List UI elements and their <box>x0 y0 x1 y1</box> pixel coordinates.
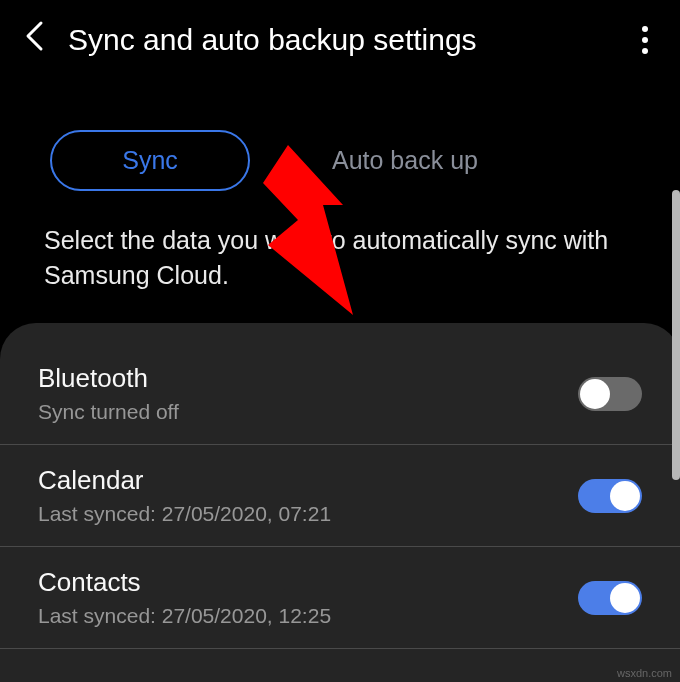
setting-calendar[interactable]: Calendar Last synced: 27/05/2020, 07:21 <box>0 445 680 547</box>
page-title: Sync and auto backup settings <box>68 23 610 57</box>
scrollbar[interactable] <box>672 190 680 480</box>
watermark: wsxdn.com <box>617 667 672 679</box>
toggle-contacts[interactable] <box>578 581 642 615</box>
setting-subtitle: Last synced: 27/05/2020, 12:25 <box>38 604 578 628</box>
header: Sync and auto backup settings <box>0 0 680 80</box>
more-icon[interactable] <box>634 22 656 58</box>
setting-subtitle: Sync turned off <box>38 400 578 424</box>
back-icon[interactable] <box>24 20 44 60</box>
setting-title: Contacts <box>38 567 578 598</box>
setting-bluetooth[interactable]: Bluetooth Sync turned off <box>0 353 680 445</box>
tab-sync[interactable]: Sync <box>50 130 250 191</box>
setting-title: Bluetooth <box>38 363 578 394</box>
toggle-bluetooth[interactable] <box>578 377 642 411</box>
settings-panel: Bluetooth Sync turned off Calendar Last … <box>0 323 680 682</box>
setting-contacts[interactable]: Contacts Last synced: 27/05/2020, 12:25 <box>0 547 680 649</box>
description-text: Select the data you want to automaticall… <box>0 215 680 323</box>
setting-title: Calendar <box>38 465 578 496</box>
toggle-calendar[interactable] <box>578 479 642 513</box>
tab-auto-backup[interactable]: Auto back up <box>280 130 530 191</box>
setting-subtitle: Last synced: 27/05/2020, 07:21 <box>38 502 578 526</box>
tabs: Sync Auto back up <box>0 80 680 215</box>
